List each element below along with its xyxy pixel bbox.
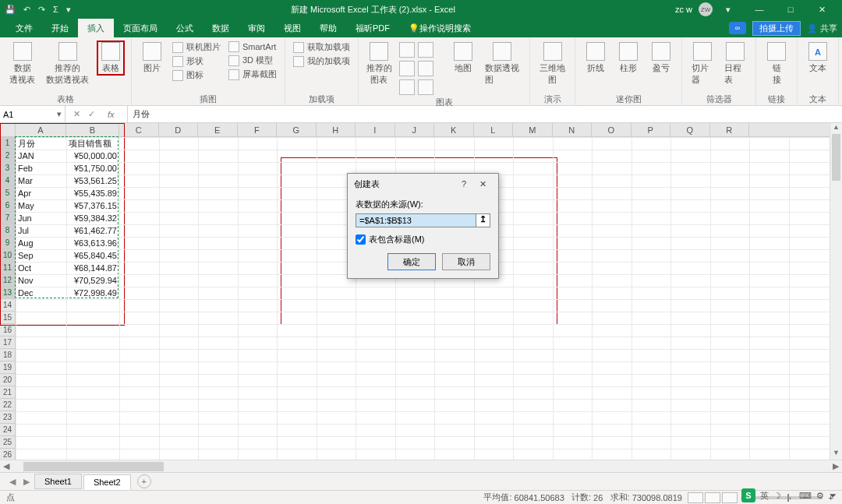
col-header[interactable]: L: [474, 123, 514, 136]
redo-icon[interactable]: ↷: [38, 5, 45, 15]
col-header[interactable]: O: [592, 123, 632, 136]
column-chart-icon[interactable]: [399, 42, 415, 58]
tab-home[interactable]: 开始: [42, 19, 78, 37]
sheet-nav-prev-icon[interactable]: ◀: [6, 477, 19, 487]
normal-view-icon[interactable]: [688, 492, 703, 503]
cell[interactable]: Mar: [16, 174, 66, 187]
row-header[interactable]: 20: [0, 374, 15, 386]
online-pictures-button[interactable]: 联机图片: [171, 41, 222, 54]
bar-chart-icon[interactable]: [418, 61, 433, 76]
row-header[interactable]: 8: [0, 224, 15, 237]
col-header[interactable]: A: [16, 123, 66, 136]
3dmodel-button[interactable]: 3D 模型: [227, 54, 278, 67]
pagebreak-view-icon[interactable]: [722, 492, 738, 503]
col-header[interactable]: M: [513, 123, 553, 136]
cell[interactable]: Aug: [16, 237, 66, 249]
ime-lang[interactable]: 英: [760, 490, 769, 502]
row-header[interactable]: 14: [0, 299, 15, 312]
pie-chart-icon[interactable]: [399, 61, 415, 76]
namebox-dropdown-icon[interactable]: ▾: [57, 109, 62, 119]
row-header[interactable]: 6: [0, 199, 15, 212]
cell[interactable]: ¥65,840.45: [66, 249, 119, 262]
autosum-icon[interactable]: Σ: [53, 5, 58, 14]
icons-button[interactable]: 图标: [171, 69, 222, 82]
cell[interactable]: Feb: [16, 162, 66, 174]
headers-checkbox[interactable]: 表包含标题(M): [356, 234, 490, 245]
cell[interactable]: ¥53,561.25: [66, 174, 119, 187]
cell[interactable]: ¥72,998.49: [66, 287, 119, 299]
formula-input[interactable]: 月份: [128, 106, 842, 122]
dialog-close-icon[interactable]: ✕: [473, 179, 492, 189]
row-header[interactable]: 16: [0, 324, 15, 337]
tab-help[interactable]: 帮助: [310, 19, 346, 37]
undo-icon[interactable]: ↶: [23, 5, 30, 15]
cell[interactable]: May: [16, 199, 66, 212]
pivottable-button[interactable]: 数据 透视表: [6, 41, 38, 87]
textbox-button[interactable]: A文本: [804, 41, 832, 76]
sheet-tab[interactable]: Sheet1: [34, 474, 82, 489]
cell[interactable]: ¥59,384.32: [66, 212, 119, 224]
avatar[interactable]: ZW: [699, 2, 713, 16]
cell[interactable]: ¥61,462.77: [66, 224, 119, 237]
scroll-left-icon[interactable]: ◀: [0, 461, 12, 471]
cell[interactable]: JAN: [16, 150, 66, 162]
tab-insert[interactable]: 插入: [78, 19, 114, 37]
col-header[interactable]: D: [159, 123, 199, 136]
sparkline-column-button[interactable]: 柱形: [614, 41, 642, 76]
upload-button[interactable]: 拍摄上传: [752, 21, 801, 36]
select-all-corner[interactable]: [0, 123, 16, 136]
cell[interactable]: Apr: [16, 187, 66, 199]
ime-moon-icon[interactable]: ☽: [773, 491, 781, 501]
save-icon[interactable]: 💾: [5, 5, 16, 15]
row-header[interactable]: 19: [0, 361, 15, 374]
shapes-button[interactable]: 形状: [171, 55, 222, 68]
row-header[interactable]: 10: [0, 249, 15, 262]
cell[interactable]: ¥63,613.96: [66, 237, 119, 249]
name-box[interactable]: ▾: [0, 106, 65, 122]
ime-toolbar[interactable]: S 英 ☽ ， ⌨ ⚙ ⏷: [741, 488, 837, 502]
tab-foxitpdf[interactable]: 福昕PDF: [346, 19, 399, 37]
cell[interactable]: Nov: [16, 274, 66, 287]
col-header[interactable]: I: [356, 123, 395, 136]
row-header[interactable]: 13: [0, 287, 15, 299]
minimize-icon[interactable]: —: [744, 5, 775, 14]
maps-button[interactable]: 地图: [449, 41, 477, 76]
ime-dropdown-icon[interactable]: ⏷: [829, 491, 837, 500]
column-headers[interactable]: A B C D E F G H I J K L M N O P Q R: [0, 123, 830, 137]
row-header[interactable]: 11: [0, 262, 15, 274]
account-area[interactable]: zc w ZW: [675, 2, 713, 16]
ime-punct-icon[interactable]: ，: [786, 490, 794, 502]
screenshot-button[interactable]: 屏幕截图: [227, 68, 278, 81]
row-header[interactable]: 9: [0, 237, 15, 249]
fx-icon[interactable]: fx: [103, 110, 119, 119]
tell-me[interactable]: 💡 操作说明搜索: [399, 19, 480, 37]
pictures-button[interactable]: 图片: [138, 41, 166, 76]
col-header[interactable]: Q: [670, 123, 710, 136]
tab-file[interactable]: 文件: [6, 19, 42, 37]
row-header[interactable]: 5: [0, 187, 15, 199]
row-header[interactable]: 17: [0, 337, 15, 349]
recommended-pivot-button[interactable]: 推荐的 数据透视表: [43, 41, 92, 87]
headers-checkbox-input[interactable]: [356, 234, 366, 245]
row-header[interactable]: 7: [0, 212, 15, 224]
scroll-up-icon[interactable]: ▲: [830, 123, 842, 134]
row-header[interactable]: 23: [0, 411, 15, 424]
pagelayout-view-icon[interactable]: [705, 492, 720, 503]
name-box-input[interactable]: [3, 110, 57, 119]
col-header[interactable]: P: [632, 123, 671, 136]
tab-pagelayout[interactable]: 页面布局: [114, 19, 167, 37]
col-header[interactable]: F: [238, 123, 278, 136]
3dmap-button[interactable]: 三维地 图: [536, 41, 568, 87]
vertical-scrollbar[interactable]: ▲ ▼: [830, 123, 842, 460]
enter-formula-icon[interactable]: ✓: [88, 109, 95, 119]
table-button[interactable]: 表格: [97, 41, 125, 76]
tab-view[interactable]: 视图: [274, 19, 310, 37]
tab-formulas[interactable]: 公式: [167, 19, 203, 37]
cell[interactable]: ¥55,435.89: [66, 187, 119, 199]
sparkline-line-button[interactable]: 折线: [582, 41, 610, 76]
cell[interactable]: Dec: [16, 287, 66, 299]
col-header[interactable]: C: [119, 123, 159, 136]
row-header[interactable]: 1: [0, 137, 15, 150]
col-header[interactable]: B: [66, 123, 119, 136]
ok-button[interactable]: 确定: [387, 253, 436, 270]
